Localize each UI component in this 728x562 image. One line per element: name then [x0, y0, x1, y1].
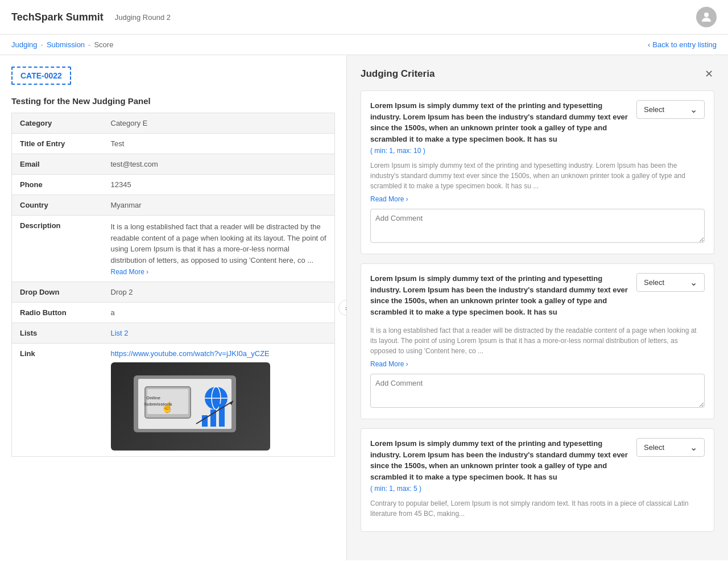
main-layout: CATE-0022 Testing for the New Judging Pa…	[0, 55, 728, 560]
table-row: Description It is a long established fac…	[12, 216, 335, 282]
field-value: List 2	[103, 323, 335, 344]
table-row: Link https://www.youtube.com/watch?v=jJK…	[12, 344, 335, 457]
table-row: Email test@test.com	[12, 154, 335, 175]
field-label: Title of Entry	[12, 134, 103, 154]
criteria-text-block-1: Lorem Ipsum is simply dummy text of the …	[370, 100, 630, 155]
breadcrumb-bar: Judging - Submission - Score ‹ Back to e…	[0, 35, 728, 55]
field-label: Country	[12, 195, 103, 216]
table-row: Lists List 2	[12, 323, 335, 344]
table-row: Country Myanmar	[12, 195, 335, 216]
criteria-item-1: Lorem Ipsum is simply dummy text of the …	[361, 90, 714, 254]
breadcrumb-score: Score	[94, 40, 113, 49]
criteria-text-block-3: Lorem Ipsum is simply dummy text of the …	[370, 438, 630, 493]
criteria-sub-text-1: Lorem Ipsum is simply dummy text of the …	[370, 160, 705, 191]
field-value: a	[103, 303, 335, 323]
description-text: It is a long established fact that a rea…	[111, 222, 326, 265]
criteria-main-text-3: Lorem Ipsum is simply dummy text of the …	[370, 438, 630, 482]
entry-id-badge: CATE-0022	[11, 67, 71, 85]
criteria-header: Judging Criteria ✕	[361, 67, 714, 81]
criteria-select-1[interactable]: Select ⌄	[636, 100, 705, 119]
left-panel: CATE-0022 Testing for the New Judging Pa…	[0, 55, 347, 560]
field-value: 12345	[103, 175, 335, 195]
criteria-item-2-header: Lorem Ipsum is simply dummy text of the …	[370, 273, 705, 320]
field-label: Link	[12, 344, 103, 457]
criteria-item-3: Lorem Ipsum is simply dummy text of the …	[361, 428, 714, 532]
criteria-select-2[interactable]: Select ⌄	[636, 273, 705, 292]
criteria-item-1-header: Lorem Ipsum is simply dummy text of the …	[370, 100, 705, 155]
breadcrumb-sep-1: -	[41, 40, 43, 49]
criteria-comment-2[interactable]	[370, 374, 705, 408]
criteria-main-text-1: Lorem Ipsum is simply dummy text of the …	[370, 100, 630, 144]
criteria-min-max-3: ( min: 1, max: 5 )	[370, 485, 630, 493]
field-label: Radio Button	[12, 303, 103, 323]
criteria-select-3[interactable]: Select ⌄	[636, 438, 705, 457]
table-row: Phone 12345	[12, 175, 335, 195]
field-value-description: It is a long established fact that a rea…	[103, 216, 335, 282]
table-row: Title of Entry Test	[12, 134, 335, 154]
criteria-main-text-2: Lorem Ipsum is simply dummy text of the …	[370, 273, 630, 317]
svg-text:Submissions: Submissions	[144, 402, 172, 407]
criteria-text-block-2: Lorem Ipsum is simply dummy text of the …	[370, 273, 630, 320]
criteria-sub-text-3: Contrary to popular belief, Lorem Ipsum …	[370, 498, 705, 519]
field-value-link: https://www.youtube.com/watch?v=jJKI0a_y…	[103, 344, 335, 457]
chevron-right-icon-1: ›	[406, 195, 408, 203]
svg-text:Online: Online	[146, 395, 160, 400]
breadcrumb-submission[interactable]: Submission	[47, 40, 85, 49]
select-label-1: Select	[644, 105, 664, 114]
app-title: TechSpark Summit	[11, 11, 104, 23]
breadcrumb-judging[interactable]: Judging	[11, 40, 38, 49]
read-more-label: Read More	[111, 268, 144, 276]
field-label: Phone	[12, 175, 103, 195]
breadcrumb: Judging - Submission - Score	[11, 40, 113, 49]
chevron-down-icon-2: ⌄	[690, 277, 697, 288]
criteria-item-3-header: Lorem Ipsum is simply dummy text of the …	[370, 438, 705, 493]
lists-link[interactable]: List 2	[111, 329, 129, 337]
details-table: Category Category E Title of Entry Test …	[11, 113, 335, 457]
avatar[interactable]	[696, 7, 717, 27]
criteria-item-2: Lorem Ipsum is simply dummy text of the …	[361, 263, 714, 419]
criteria-sub-text-2: It is a long established fact that a rea…	[370, 325, 705, 356]
criteria-min-max-1: ( min: 1, max: 10 )	[370, 147, 630, 155]
read-more-label-1: Read More	[370, 195, 404, 203]
field-value: Drop 2	[103, 282, 335, 303]
chevron-down-icon-1: ⌄	[690, 104, 697, 115]
back-to-listing-link[interactable]: ‹ Back to entry listing	[648, 40, 717, 49]
criteria-title: Judging Criteria	[361, 68, 435, 80]
field-label: Drop Down	[12, 282, 103, 303]
field-value: Test	[103, 134, 335, 154]
judging-round: Judging Round 2	[115, 13, 171, 22]
scroll-right-arrow[interactable]: ›	[338, 300, 347, 316]
app-header: TechSpark Summit Judging Round 2	[0, 0, 728, 35]
right-panel: Judging Criteria ✕ Lorem Ipsum is simply…	[347, 55, 728, 560]
field-label: Category	[12, 113, 103, 134]
table-row: Radio Button a	[12, 303, 335, 323]
criteria-read-more-2[interactable]: Read More ›	[370, 360, 408, 368]
description-read-more[interactable]: Read More ›	[111, 268, 148, 276]
breadcrumb-sep-2: -	[88, 40, 90, 49]
read-more-label-2: Read More	[370, 360, 404, 368]
field-value: test@test.com	[103, 154, 335, 175]
chevron-right-icon: ›	[146, 268, 148, 276]
select-label-2: Select	[644, 278, 664, 287]
back-link-label: Back to entry listing	[652, 40, 717, 49]
chevron-down-icon-3: ⌄	[690, 442, 697, 453]
chevron-right-icon-2: ›	[406, 360, 408, 368]
table-row: Drop Down Drop 2	[12, 282, 335, 303]
youtube-link[interactable]: https://www.youtube.com/watch?v=jJKI0a_y…	[111, 349, 270, 358]
table-row: Category Category E	[12, 113, 335, 134]
chevron-left-icon: ‹	[648, 40, 650, 49]
field-value: Myanmar	[103, 195, 335, 216]
select-label-3: Select	[644, 443, 664, 452]
field-label: Email	[12, 154, 103, 175]
field-label: Lists	[12, 323, 103, 344]
field-value: Category E	[103, 113, 335, 134]
criteria-close-button[interactable]: ✕	[704, 67, 714, 81]
criteria-read-more-1[interactable]: Read More ›	[370, 195, 408, 203]
video-thumbnail: ☝ Online Submissions	[111, 362, 270, 451]
svg-point-0	[704, 13, 709, 17]
field-label: Description	[12, 216, 103, 282]
criteria-comment-1[interactable]	[370, 209, 705, 243]
section-title: Testing for the New Judging Panel	[11, 96, 335, 106]
